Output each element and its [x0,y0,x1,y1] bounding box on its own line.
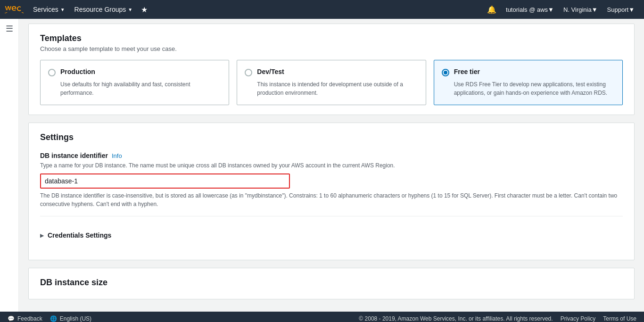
feedback-label: Feedback [17,315,42,322]
region-label: N. Virginia [563,6,592,13]
resource-groups-label: Resource Groups [74,6,126,13]
user-nav-item[interactable]: tutorials @ aws ▼ [501,0,559,19]
devtest-option-title: Dev/Test [257,68,284,75]
production-option-title: Production [60,68,95,75]
resource-groups-chevron-icon: ▼ [128,7,132,12]
support-label: Support [607,6,629,13]
user-chevron-icon: ▼ [548,6,554,13]
db-instance-size-card: DB instance size [28,268,635,299]
freetier-option-header: Free tier [442,68,615,76]
devtest-option-header: Dev/Test [245,68,418,76]
hamburger-icon: ☰ [6,24,13,307]
feedback-bubble-icon: 💬 [8,315,15,322]
star-icon: ★ [141,5,148,14]
templates-card-subtitle: Choose a sample template to meet your us… [40,45,623,52]
services-chevron-icon: ▼ [60,7,65,12]
credentials-expand-icon: ▶ [40,233,44,238]
db-identifier-description: Type a name for your DB instance. The na… [40,161,623,170]
terms-of-use-link[interactable]: Terms of Use [603,315,636,322]
templates-card: Templates Choose a sample template to me… [28,24,635,115]
services-label: Services [33,6,58,13]
db-identifier-field-block: DB instance identifier Info Type a name … [40,144,623,216]
credentials-settings-collapsible[interactable]: ▶ Credentials Settings [40,224,623,243]
support-nav-item[interactable]: Support ▼ [603,0,639,19]
production-option-desc: Use defaults for high availability and f… [48,80,221,97]
db-identifier-label: DB instance identifier Info [40,152,623,159]
db-instance-size-title: DB instance size [40,278,623,288]
template-options-group: Production Use defaults for high availab… [40,60,623,105]
user-label: tutorials @ aws [506,6,548,13]
db-identifier-input[interactable] [40,173,290,189]
settings-card: Settings DB instance identifier Info Typ… [28,123,635,260]
aws-logo[interactable] [5,3,24,16]
copyright-text: © 2008 - 2019, Amazon Web Services, Inc.… [359,315,553,322]
support-chevron-icon: ▼ [628,6,635,13]
footer-right-section: © 2008 - 2019, Amazon Web Services, Inc.… [359,315,636,322]
nav-right-section: 🔔 tutorials @ aws ▼ N. Virginia ▼ Suppor… [482,0,639,19]
freetier-radio-icon [442,69,449,76]
template-option-production[interactable]: Production Use defaults for high availab… [40,60,229,105]
region-nav-item[interactable]: N. Virginia ▼ [559,0,603,19]
region-chevron-icon: ▼ [592,6,598,13]
privacy-policy-link[interactable]: Privacy Policy [561,315,596,322]
credentials-settings-block: ▶ Credentials Settings [40,216,623,250]
devtest-option-desc: This instance is intended for developmen… [245,80,418,97]
page-layout: ☰ Templates Choose a sample template to … [0,19,644,312]
top-navigation: Services ▼ Resource Groups ▼ ★ 🔔 tutoria… [0,0,644,19]
settings-card-title: Settings [40,132,623,142]
db-identifier-info-link[interactable]: Info [112,152,122,159]
templates-card-title: Templates [40,33,623,43]
devtest-radio-icon [245,69,252,76]
db-identifier-label-text: DB instance identifier [40,152,108,159]
template-option-freetier[interactable]: Free tier Use RDS Free Tier to develop n… [434,60,623,105]
freetier-option-title: Free tier [454,68,480,75]
page-footer: 💬 Feedback 🌐 English (US) © 2008 - 2019,… [0,312,644,322]
services-nav-item[interactable]: Services ▼ [28,0,70,19]
main-content-area: Templates Choose a sample template to me… [19,19,644,312]
language-selector[interactable]: 🌐 English (US) [50,315,91,322]
resource-groups-nav-item[interactable]: Resource Groups ▼ [70,0,138,19]
feedback-button[interactable]: 💬 Feedback [8,315,42,322]
production-option-header: Production [48,68,221,76]
language-label: English (US) [60,315,91,322]
bookmark-nav-item[interactable]: ★ [137,0,151,19]
freetier-option-desc: Use RDS Free Tier to develop new applica… [442,80,615,97]
db-identifier-hint: The DB instance identifier is case-insen… [40,191,623,208]
footer-left-section: 💬 Feedback 🌐 English (US) [8,315,91,322]
credentials-settings-label: Credentials Settings [48,231,111,239]
globe-icon: 🌐 [50,315,57,322]
template-option-devtest[interactable]: Dev/Test This instance is intended for d… [237,60,426,105]
production-radio-icon [48,69,56,76]
sidebar-toggle-button[interactable]: ☰ [0,19,19,312]
notifications-bell-icon[interactable]: 🔔 [482,5,501,14]
